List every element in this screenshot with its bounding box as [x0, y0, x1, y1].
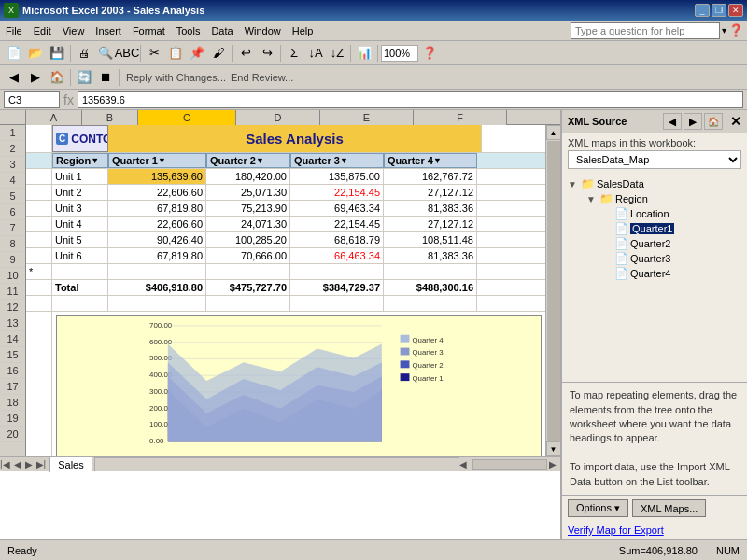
cell-10d[interactable]: $475,727.70: [206, 280, 290, 295]
cell-7a[interactable]: [26, 232, 52, 247]
tree-item-quarter4[interactable]: 📄 Quarter4: [568, 266, 741, 281]
cell-9a[interactable]: *: [26, 264, 52, 279]
cell-8c[interactable]: 67,819.80: [108, 248, 206, 263]
copy-button[interactable]: 📋: [165, 43, 186, 63]
cell-5d[interactable]: 75,213.90: [206, 201, 290, 216]
col-header-f[interactable]: F: [414, 110, 507, 125]
name-box[interactable]: [4, 91, 60, 108]
xml-verify-link[interactable]: Verify Map for Export: [562, 521, 747, 539]
cell-4f[interactable]: 27,127.12: [384, 185, 477, 200]
xml-options-button[interactable]: Options ▾: [568, 499, 628, 517]
tree-item-region[interactable]: ▼ 📁 Region: [568, 191, 741, 206]
open-button[interactable]: 📂: [25, 43, 46, 63]
xml-panel-close[interactable]: ✕: [730, 114, 741, 129]
cell-8e[interactable]: 66,463.34: [290, 248, 384, 263]
cell-7d[interactable]: 100,285.20: [206, 232, 290, 247]
cell-6e[interactable]: 22,154.45: [290, 217, 384, 231]
cell-7b[interactable]: Unit 5: [52, 232, 108, 247]
menu-view[interactable]: View: [57, 23, 91, 38]
cell-1c[interactable]: Sales Analysis: [108, 125, 482, 152]
home-button[interactable]: 🏠: [47, 67, 67, 88]
help-dropdown-icon[interactable]: ▾: [722, 25, 726, 35]
close-button[interactable]: ✕: [728, 4, 743, 17]
expand-icon[interactable]: ▼: [568, 179, 579, 189]
cell-5f[interactable]: 81,383.36: [384, 201, 477, 216]
xml-forward-btn[interactable]: ▶: [684, 113, 702, 130]
cell-3d[interactable]: 180,420.00: [206, 169, 290, 184]
menu-insert[interactable]: Insert: [90, 23, 127, 38]
cell-8d[interactable]: 70,666.00: [206, 248, 290, 263]
restore-button[interactable]: ❐: [712, 4, 726, 17]
new-button[interactable]: 📄: [4, 43, 24, 63]
cell-5a[interactable]: [26, 201, 52, 216]
menu-tools[interactable]: Tools: [171, 23, 206, 38]
print-button[interactable]: 🖨: [74, 43, 94, 63]
menu-window[interactable]: Window: [239, 23, 287, 38]
cell-4a[interactable]: [26, 185, 52, 200]
cell-6b[interactable]: Unit 4: [52, 217, 108, 231]
chart-area[interactable]: 700.00 600.00 500.00 400.00 300.00 200.0…: [56, 315, 542, 456]
cell-10f[interactable]: $488,300.16: [384, 280, 477, 295]
sort-asc-button[interactable]: ↓A: [305, 43, 326, 63]
cell-10e[interactable]: $384,729.37: [290, 280, 384, 295]
col-header-c[interactable]: C: [138, 110, 236, 125]
tab-nav-prev[interactable]: ◀: [14, 459, 21, 469]
menu-help[interactable]: Help: [287, 23, 319, 38]
h-scroll-right[interactable]: ▶: [549, 459, 557, 469]
cell-7e[interactable]: 68,618.79: [290, 232, 384, 247]
undo-button[interactable]: ↩: [235, 43, 256, 63]
cell-1b[interactable]: C CONTOSO: [52, 125, 108, 152]
cell-3c[interactable]: 135,639.60: [108, 169, 206, 184]
cell-2e[interactable]: Quarter 3 ▼: [290, 153, 384, 168]
cell-1a[interactable]: [26, 125, 52, 152]
zoom-input[interactable]: [381, 45, 418, 62]
spell-button[interactable]: ABC: [117, 43, 137, 63]
help-input[interactable]: [571, 22, 720, 39]
cell-10c[interactable]: $406,918.80: [108, 280, 206, 295]
xml-map-select[interactable]: SalesData_Map: [568, 150, 741, 169]
cell-3f[interactable]: 162,767.72: [384, 169, 477, 184]
tab-nav-first[interactable]: |◀: [0, 459, 10, 469]
col-header-a[interactable]: A: [26, 110, 82, 125]
cell-4c[interactable]: 22,606.60: [108, 185, 206, 200]
scroll-down-arrow[interactable]: ▼: [546, 441, 561, 456]
cell-8f[interactable]: 81,383.36: [384, 248, 477, 263]
cell-2f[interactable]: Quarter 4 ▼: [384, 153, 477, 168]
refresh-button[interactable]: 🔄: [74, 67, 94, 88]
col-header-b[interactable]: B: [82, 110, 138, 125]
tree-item-quarter1[interactable]: 📄 Quarter1: [568, 221, 741, 236]
cell-5c[interactable]: 67,819.80: [108, 201, 206, 216]
cell-2c[interactable]: Quarter 1 ▼: [108, 153, 206, 168]
menu-format[interactable]: Format: [127, 23, 171, 38]
col-header-e[interactable]: E: [320, 110, 414, 125]
scroll-up-arrow[interactable]: ▲: [546, 125, 561, 140]
cell-6a[interactable]: [26, 217, 52, 231]
cell-10a[interactable]: [26, 280, 52, 295]
cell-10b[interactable]: Total: [52, 280, 108, 295]
chart-button[interactable]: 📊: [354, 43, 374, 63]
tree-item-salesdata[interactable]: ▼ 📁 SalesData: [568, 176, 741, 191]
cell-8a[interactable]: [26, 248, 52, 263]
cell-2a[interactable]: [26, 153, 52, 168]
h-scroll-left[interactable]: ◀: [459, 459, 467, 469]
col-header-d[interactable]: D: [236, 110, 320, 125]
scroll-thumb[interactable]: [547, 141, 560, 441]
sort-desc-button[interactable]: ↓Z: [327, 43, 347, 63]
format-painter[interactable]: 🖌: [208, 43, 229, 63]
sheet-tab-sales[interactable]: Sales: [49, 456, 92, 472]
xml-maps-button[interactable]: XML Maps...: [632, 499, 706, 517]
cell-4d[interactable]: 25,071.30: [206, 185, 290, 200]
preview-button[interactable]: 🔍: [95, 43, 116, 63]
tree-item-quarter2[interactable]: 📄 Quarter2: [568, 236, 741, 251]
cell-5e[interactable]: 69,463.34: [290, 201, 384, 216]
back-button[interactable]: ◀: [4, 67, 24, 88]
save-button[interactable]: 💾: [47, 43, 67, 63]
cell-9d[interactable]: [206, 264, 290, 279]
stop-button[interactable]: ⏹: [95, 67, 116, 88]
vertical-scrollbar[interactable]: ▲ ▼: [545, 125, 560, 456]
cut-button[interactable]: ✂: [144, 43, 164, 63]
cell-4e[interactable]: 22,154.45: [290, 185, 384, 200]
minimize-button[interactable]: _: [695, 4, 710, 17]
cell-2d[interactable]: Quarter 2 ▼: [206, 153, 290, 168]
cell-9b[interactable]: [52, 264, 108, 279]
